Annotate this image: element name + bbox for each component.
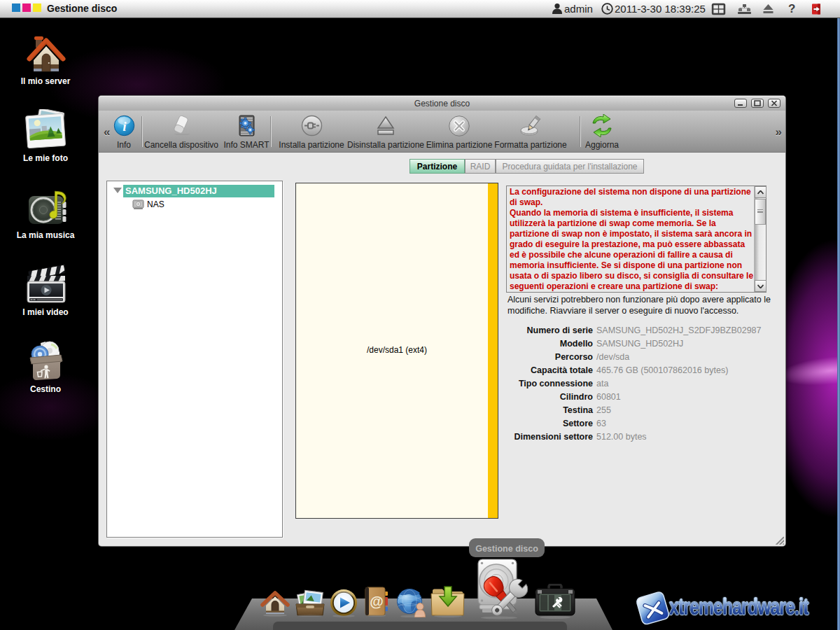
svg-text:i: i — [122, 119, 127, 134]
svg-text:@: @ — [370, 594, 384, 609]
